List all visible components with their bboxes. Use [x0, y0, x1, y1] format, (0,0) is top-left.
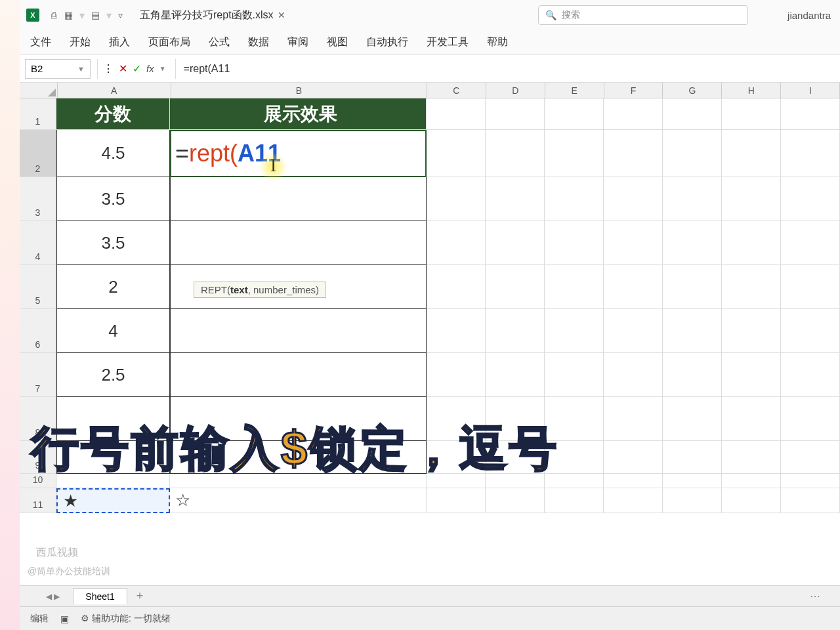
ribbon-tabs: 文件 开始 插入 页面布局 公式 数据 审阅 视图 自动执行 开发工具 帮助 — [20, 30, 840, 55]
cell-A2[interactable]: 4.5 — [56, 130, 170, 177]
cell-B9[interactable] — [170, 441, 427, 474]
row-header-4[interactable]: 4 — [20, 221, 56, 265]
cell-B8[interactable] — [170, 397, 427, 441]
col-header-E[interactable]: E — [545, 83, 604, 98]
cell-B11[interactable]: ☆ — [170, 488, 427, 513]
col-header-F[interactable]: F — [604, 83, 663, 98]
row-header-3[interactable]: 3 — [20, 177, 56, 221]
username-label[interactable]: jiandantra — [788, 10, 831, 21]
select-all-corner[interactable] — [20, 83, 58, 98]
cell-B4[interactable] — [170, 221, 427, 265]
row-header-9[interactable]: 9 — [20, 441, 56, 474]
tab-developer[interactable]: 开发工具 — [425, 33, 470, 52]
accessibility-status[interactable]: ⚙ 辅助功能: 一切就绪 — [81, 613, 171, 625]
search-input[interactable]: 🔍 搜索 — [538, 5, 748, 25]
chevron-down-icon: ▼ — [77, 65, 85, 73]
cell-A5[interactable]: 2 — [56, 265, 170, 309]
cell-A9[interactable] — [56, 441, 170, 474]
col-header-I[interactable]: I — [781, 83, 840, 98]
function-tooltip[interactable]: REPT(text, number_times) — [194, 282, 326, 298]
row-header-5[interactable]: 5 — [20, 265, 56, 309]
confirm-icon[interactable]: ✓ — [133, 62, 141, 75]
title-bar: X ⎙ ▦ ▾ ▤ ▾ ▿ 五角星评分技巧rept函数.xlsx ✕ 🔍 搜索 … — [20, 0, 840, 30]
tab-view[interactable]: 视图 — [326, 33, 349, 52]
col-header-D[interactable]: D — [486, 83, 545, 98]
document-title: 五角星评分技巧rept函数.xlsx — [140, 9, 274, 22]
cell-B2-editing[interactable]: =rept(A11 — [170, 130, 427, 177]
row-headers: 1 2 3 4 5 6 7 8 9 10 11 — [20, 98, 56, 513]
excel-window: X ⎙ ▦ ▾ ▤ ▾ ▿ 五角星评分技巧rept函数.xlsx ✕ 🔍 搜索 … — [20, 0, 840, 630]
cell-A7[interactable]: 2.5 — [56, 353, 170, 397]
sheet-tab-bar: ◀ ▶ Sheet1 + ⋯ — [20, 585, 840, 606]
tab-home[interactable]: 开始 — [68, 33, 92, 52]
cell-A4[interactable]: 3.5 — [56, 221, 170, 265]
name-box[interactable]: B2 ▼ — [25, 59, 91, 79]
tab-automate[interactable]: 自动执行 — [365, 33, 410, 52]
row-header-11[interactable]: 11 — [20, 488, 56, 513]
chevron-down-icon[interactable]: ▼ — [159, 65, 166, 72]
sheet-nav-arrows[interactable]: ◀ ▶ — [46, 592, 60, 601]
cell-A11[interactable]: ★ — [56, 488, 170, 513]
row-header-10[interactable]: 10 — [20, 474, 56, 488]
cell-A3[interactable]: 3.5 — [56, 177, 170, 221]
formula-more-icon[interactable]: ⋮ — [103, 62, 114, 75]
cell-A10[interactable] — [56, 474, 170, 488]
cell-B7[interactable] — [170, 353, 427, 397]
col-header-H[interactable]: H — [722, 83, 781, 98]
tab-formulas[interactable]: 公式 — [207, 33, 231, 52]
cell-B10[interactable] — [170, 474, 427, 488]
cell-A8[interactable] — [56, 397, 170, 441]
col-header-B[interactable]: B — [171, 83, 427, 98]
tab-layout[interactable]: 页面布局 — [147, 33, 192, 52]
qat-icon-2[interactable]: ▤ — [91, 10, 100, 20]
sheet-tab-active[interactable]: Sheet1 — [73, 588, 127, 604]
row-header-1[interactable]: 1 — [20, 98, 56, 130]
column-headers: A B C D E F G H I — [20, 83, 840, 98]
add-sheet-button[interactable]: + — [136, 589, 144, 603]
cell-B1[interactable]: 展示效果 — [170, 98, 427, 130]
formula-input[interactable]: =rept(A11 — [175, 59, 835, 79]
col-header-A[interactable]: A — [58, 83, 171, 98]
tab-insert[interactable]: 插入 — [108, 33, 131, 52]
status-mode: 编辑 — [30, 613, 49, 625]
tab-review[interactable]: 审阅 — [286, 33, 310, 52]
cell-B3[interactable] — [170, 177, 427, 221]
cell-A1[interactable]: 分数 — [56, 98, 170, 130]
tab-file[interactable]: 文件 — [29, 33, 52, 52]
status-bar: 编辑 ▣ ⚙ 辅助功能: 一切就绪 — [20, 606, 840, 630]
row-header-6[interactable]: 6 — [20, 309, 56, 353]
row-header-7[interactable]: 7 — [20, 353, 56, 397]
doc-close-icon[interactable]: ✕ — [278, 10, 285, 20]
save-icon[interactable]: ⎙ — [51, 10, 56, 20]
spreadsheet-grid[interactable]: A B C D E F G H I 1 2 3 4 5 6 7 8 9 10 1… — [20, 83, 840, 588]
sheet-menu-icon[interactable]: ⋯ — [810, 590, 820, 602]
tab-help[interactable]: 帮助 — [486, 33, 509, 52]
fx-icon[interactable]: fx — [146, 63, 154, 74]
col-header-G[interactable]: G — [663, 83, 722, 98]
row-header-8[interactable]: 8 — [20, 397, 56, 441]
search-icon: 🔍 — [545, 10, 556, 20]
row-header-2[interactable]: 2 — [20, 130, 56, 177]
qat-icon-1[interactable]: ▦ — [64, 10, 73, 20]
formula-bar: B2 ▼ ⋮ ✕ ✓ fx ▼ =rept(A11 — [20, 55, 840, 83]
cancel-icon[interactable]: ✕ — [119, 62, 127, 75]
macro-record-icon[interactable]: ▣ — [60, 614, 69, 624]
qat-overflow-icon[interactable]: ▿ — [118, 10, 123, 20]
tab-data[interactable]: 数据 — [247, 33, 270, 52]
col-header-C[interactable]: C — [427, 83, 486, 98]
cell-B6[interactable] — [170, 309, 427, 353]
excel-app-icon: X — [26, 9, 39, 22]
cell-A6[interactable]: 4 — [56, 309, 170, 353]
